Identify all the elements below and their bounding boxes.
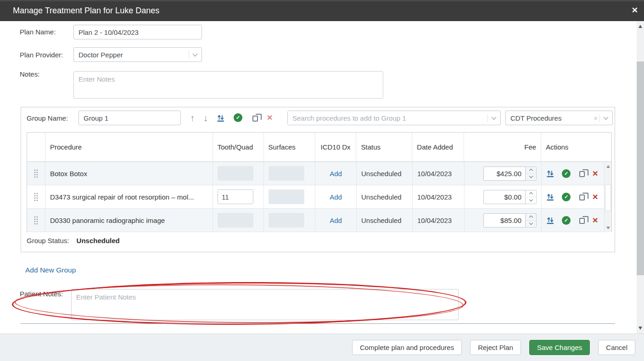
- complete-procedure-icon[interactable]: ✓: [562, 193, 571, 201]
- move-procedure-icon[interactable]: [546, 193, 554, 201]
- combo-divider: [487, 114, 488, 122]
- table-row: Botox Botox Add Unscheduled 10/04/2023 ✓…: [27, 162, 611, 185]
- surfaces-input[interactable]: [269, 213, 304, 228]
- drag-handle-icon[interactable]: [27, 185, 45, 208]
- delete-procedure-icon[interactable]: ✕: [592, 216, 598, 225]
- move-procedure-icon[interactable]: [546, 169, 554, 178]
- tooth-quad-input[interactable]: [218, 213, 253, 228]
- fee-input[interactable]: [483, 190, 526, 204]
- notes-textarea[interactable]: [73, 71, 383, 99]
- tooth-quad-input[interactable]: [218, 189, 253, 204]
- col-header-fee: Fee: [464, 133, 541, 161]
- fee-increase-icon[interactable]: [526, 190, 536, 197]
- col-header-tooth-quad: Tooth/Quad: [213, 133, 264, 161]
- drag-handle-icon[interactable]: [27, 162, 45, 185]
- procedure-search-combo[interactable]: [287, 111, 501, 125]
- table-scrollbar-thumb[interactable]: [605, 184, 611, 211]
- plan-name-input[interactable]: [73, 25, 202, 39]
- plan-provider-select[interactable]: Doctor Pepper: [73, 47, 202, 62]
- col-header-actions: Actions: [541, 133, 604, 161]
- scroll-down-icon[interactable]: [638, 327, 642, 330]
- add-icd10-link[interactable]: Add: [330, 217, 342, 224]
- chevron-down-icon[interactable]: [192, 51, 197, 56]
- duplicate-procedure-icon[interactable]: [579, 194, 585, 200]
- duplicate-procedure-icon[interactable]: [579, 218, 585, 224]
- add-new-group-link[interactable]: Add New Group: [25, 266, 76, 274]
- table-row: D3473 surgical repair of root resorption…: [27, 185, 611, 209]
- delete-procedure-icon[interactable]: ✕: [592, 169, 598, 178]
- fee-input[interactable]: [483, 213, 526, 228]
- col-header-icd10: ICD10 Dx: [315, 133, 357, 161]
- procedure-search-input[interactable]: [288, 111, 487, 125]
- col-header-procedure: Procedure: [45, 133, 213, 161]
- fee-decrease-icon[interactable]: [526, 173, 536, 180]
- add-icd10-link[interactable]: Add: [330, 193, 342, 201]
- cancel-button[interactable]: Cancel: [598, 340, 635, 355]
- scroll-down-icon[interactable]: [606, 227, 610, 229]
- delete-group-icon[interactable]: ✕: [267, 113, 273, 122]
- col-header-surfaces: Surfaces: [264, 133, 315, 161]
- manage-treatment-plan-modal: Manage Treatment Plan for Luke Danes ✕ P…: [0, 0, 644, 361]
- procedure-status: Unscheduled: [361, 217, 402, 224]
- date-added: 10/04/2023: [417, 217, 452, 224]
- date-added: 10/04/2023: [417, 193, 452, 201]
- clear-selection-icon[interactable]: ×: [591, 114, 599, 122]
- table-row: D0330 panoramic radiographic image Add U…: [27, 209, 611, 232]
- duplicate-procedure-icon[interactable]: [579, 171, 585, 177]
- tooth-quad-input[interactable]: [218, 166, 253, 181]
- group-toolbar: ↑ ↓ ✓ ✕: [190, 111, 273, 125]
- delete-procedure-icon[interactable]: ✕: [592, 193, 598, 201]
- fee-decrease-icon[interactable]: [526, 220, 536, 227]
- table-body: Botox Botox Add Unscheduled 10/04/2023 ✓…: [27, 162, 611, 232]
- save-changes-button[interactable]: Save Changes: [529, 340, 590, 355]
- reject-plan-button[interactable]: Reject Plan: [470, 340, 521, 355]
- fee-spinner: [526, 213, 537, 228]
- surfaces-input[interactable]: [269, 166, 304, 181]
- patient-notes-textarea[interactable]: [71, 289, 459, 320]
- group-status-label: Group Status:: [27, 237, 69, 244]
- procedure-name: D0330 panoramic radiographic image: [50, 217, 165, 224]
- patient-notes-label: Patient Notes:: [20, 290, 63, 298]
- move-group-down-icon[interactable]: ↓: [203, 113, 208, 122]
- complete-group-icon[interactable]: ✓: [234, 113, 242, 122]
- complete-procedure-icon[interactable]: ✓: [562, 216, 571, 225]
- col-header-handle: [27, 133, 45, 161]
- fee-decrease-icon[interactable]: [526, 197, 536, 204]
- modal-title: Manage Treatment Plan for Luke Danes: [13, 6, 159, 16]
- procedure-status: Unscheduled: [361, 193, 402, 201]
- modal-scrollbar-thumb[interactable]: [637, 61, 644, 275]
- fee-input[interactable]: [483, 167, 526, 181]
- modal-footer: Complete plan and procedures Reject Plan…: [0, 333, 644, 361]
- chevron-down-icon[interactable]: [491, 115, 496, 120]
- group-panel: Group Name: ↑ ↓ ✓ ✕ CDT Procedures × Pro…: [21, 107, 615, 252]
- drag-handle-icon[interactable]: [27, 209, 45, 232]
- add-icd10-link[interactable]: Add: [330, 170, 342, 178]
- move-group-up-icon[interactable]: ↑: [190, 113, 195, 122]
- plan-provider-label: Plan Provider:: [20, 51, 63, 59]
- move-procedure-icon[interactable]: [546, 216, 554, 224]
- surfaces-input[interactable]: [269, 189, 304, 204]
- col-header-date-added: Date Added: [412, 133, 464, 161]
- scroll-up-icon[interactable]: [606, 165, 610, 168]
- chevron-down-icon[interactable]: [603, 115, 608, 120]
- complete-plan-button[interactable]: Complete plan and procedures: [352, 340, 462, 355]
- group-status-row: Group Status:Unscheduled: [27, 237, 120, 244]
- table-scrollbar[interactable]: [604, 162, 611, 232]
- procedure-type-select[interactable]: CDT Procedures ×: [505, 111, 613, 125]
- duplicate-group-icon[interactable]: [252, 116, 258, 122]
- plan-name-label: Plan Name:: [20, 28, 56, 36]
- fee-increase-icon[interactable]: [526, 214, 536, 220]
- fee-increase-icon[interactable]: [526, 167, 536, 173]
- table-header-row: Procedure Tooth/Quad Surfaces ICD10 Dx S…: [27, 133, 611, 162]
- procedures-table: Procedure Tooth/Quad Surfaces ICD10 Dx S…: [27, 132, 612, 232]
- modal-scrollbar[interactable]: [637, 21, 644, 333]
- fee-spinner: [526, 167, 537, 181]
- procedure-status: Unscheduled: [361, 170, 402, 178]
- group-name-input[interactable]: [78, 111, 181, 125]
- reorder-procedures-icon[interactable]: [217, 114, 225, 122]
- col-header-status: Status: [356, 133, 412, 161]
- scroll-up-icon[interactable]: [638, 25, 642, 28]
- close-icon[interactable]: ✕: [632, 6, 638, 15]
- complete-procedure-icon[interactable]: ✓: [562, 169, 571, 178]
- content-divider: [21, 323, 615, 324]
